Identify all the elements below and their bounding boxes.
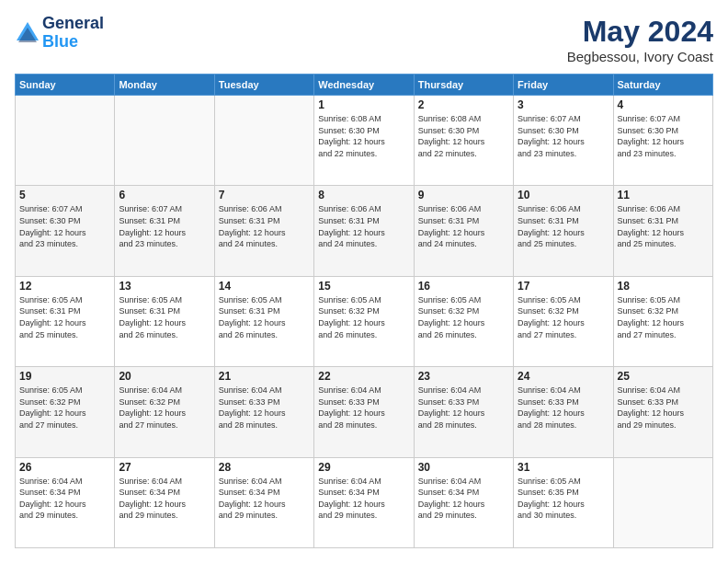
day-number: 8: [318, 189, 409, 201]
day-info: Sunrise: 6:06 AM Sunset: 6:31 PM Dayligh…: [318, 203, 409, 249]
day-number: 27: [119, 461, 210, 474]
day-info: Sunrise: 6:07 AM Sunset: 6:31 PM Dayligh…: [119, 203, 210, 249]
day-info: Sunrise: 6:05 AM Sunset: 6:35 PM Dayligh…: [518, 476, 609, 522]
day-info: Sunrise: 6:04 AM Sunset: 6:34 PM Dayligh…: [219, 476, 310, 522]
day-info: Sunrise: 6:06 AM Sunset: 6:31 PM Dayligh…: [219, 203, 310, 249]
day-info: Sunrise: 6:06 AM Sunset: 6:31 PM Dayligh…: [618, 203, 709, 249]
calendar-cell: [214, 96, 313, 186]
day-number: 10: [518, 189, 609, 201]
calendar-header-row: SundayMondayTuesdayWednesdayThursdayFrid…: [16, 75, 713, 96]
calendar-cell: 11Sunrise: 6:06 AM Sunset: 6:31 PM Dayli…: [613, 186, 712, 276]
calendar-cell: 19Sunrise: 6:05 AM Sunset: 6:32 PM Dayli…: [16, 367, 115, 457]
day-number: 12: [19, 280, 110, 293]
calendar-cell: 7Sunrise: 6:06 AM Sunset: 6:31 PM Daylig…: [214, 186, 313, 276]
calendar-week-row: 12Sunrise: 6:05 AM Sunset: 6:31 PM Dayli…: [16, 276, 713, 366]
day-number: 13: [119, 280, 210, 293]
calendar-cell: 17Sunrise: 6:05 AM Sunset: 6:32 PM Dayli…: [514, 276, 613, 366]
calendar-cell: 4Sunrise: 6:07 AM Sunset: 6:30 PM Daylig…: [613, 96, 712, 186]
header: GeneralBlue May 2024 Begbessou, Ivory Co…: [15, 15, 713, 64]
calendar-cell: 12Sunrise: 6:05 AM Sunset: 6:31 PM Dayli…: [16, 276, 115, 366]
day-number: 23: [418, 370, 509, 383]
day-header-monday: Monday: [115, 75, 214, 96]
calendar-cell: 2Sunrise: 6:08 AM Sunset: 6:30 PM Daylig…: [414, 96, 513, 186]
day-number: 26: [19, 461, 110, 474]
logo-text: GeneralBlue: [42, 15, 104, 52]
logo: GeneralBlue: [15, 15, 104, 52]
calendar-cell: 16Sunrise: 6:05 AM Sunset: 6:32 PM Dayli…: [414, 276, 513, 366]
calendar-week-row: 1Sunrise: 6:08 AM Sunset: 6:30 PM Daylig…: [16, 96, 713, 186]
calendar-week-row: 19Sunrise: 6:05 AM Sunset: 6:32 PM Dayli…: [16, 367, 713, 457]
calendar-cell: 9Sunrise: 6:06 AM Sunset: 6:31 PM Daylig…: [414, 186, 513, 276]
calendar-cell: 31Sunrise: 6:05 AM Sunset: 6:35 PM Dayli…: [514, 457, 613, 547]
calendar-table: SundayMondayTuesdayWednesdayThursdayFrid…: [15, 74, 713, 548]
day-info: Sunrise: 6:04 AM Sunset: 6:34 PM Dayligh…: [19, 476, 110, 522]
day-info: Sunrise: 6:05 AM Sunset: 6:31 PM Dayligh…: [119, 294, 210, 340]
day-number: 4: [618, 98, 709, 111]
calendar-cell: [613, 457, 712, 547]
day-number: 2: [418, 98, 509, 111]
day-info: Sunrise: 6:08 AM Sunset: 6:30 PM Dayligh…: [418, 113, 509, 159]
day-number: 28: [219, 461, 310, 474]
title-section: May 2024 Begbessou, Ivory Coast: [567, 15, 713, 64]
calendar-cell: 8Sunrise: 6:06 AM Sunset: 6:31 PM Daylig…: [314, 186, 414, 276]
calendar-cell: 26Sunrise: 6:04 AM Sunset: 6:34 PM Dayli…: [16, 457, 115, 547]
day-header-friday: Friday: [514, 75, 613, 96]
day-number: 15: [318, 280, 409, 293]
day-header-tuesday: Tuesday: [214, 75, 313, 96]
calendar-cell: 28Sunrise: 6:04 AM Sunset: 6:34 PM Dayli…: [214, 457, 313, 547]
day-number: 21: [219, 370, 310, 383]
day-info: Sunrise: 6:04 AM Sunset: 6:34 PM Dayligh…: [119, 476, 210, 522]
day-number: 30: [418, 461, 509, 474]
day-number: 19: [19, 370, 110, 383]
day-info: Sunrise: 6:07 AM Sunset: 6:30 PM Dayligh…: [618, 113, 709, 159]
day-number: 17: [518, 280, 609, 293]
day-number: 1: [318, 98, 409, 111]
day-number: 5: [19, 189, 110, 201]
calendar-week-row: 5Sunrise: 6:07 AM Sunset: 6:30 PM Daylig…: [16, 186, 713, 276]
location: Begbessou, Ivory Coast: [567, 49, 713, 64]
day-header-thursday: Thursday: [414, 75, 513, 96]
day-info: Sunrise: 6:04 AM Sunset: 6:33 PM Dayligh…: [518, 385, 609, 431]
day-info: Sunrise: 6:04 AM Sunset: 6:33 PM Dayligh…: [618, 385, 709, 431]
day-header-saturday: Saturday: [613, 75, 712, 96]
day-info: Sunrise: 6:04 AM Sunset: 6:34 PM Dayligh…: [418, 476, 509, 522]
day-number: 20: [119, 370, 210, 383]
day-info: Sunrise: 6:04 AM Sunset: 6:34 PM Dayligh…: [318, 476, 409, 522]
day-info: Sunrise: 6:05 AM Sunset: 6:32 PM Dayligh…: [418, 294, 509, 340]
day-info: Sunrise: 6:05 AM Sunset: 6:32 PM Dayligh…: [518, 294, 609, 340]
day-info: Sunrise: 6:05 AM Sunset: 6:32 PM Dayligh…: [19, 385, 110, 431]
calendar-cell: 30Sunrise: 6:04 AM Sunset: 6:34 PM Dayli…: [414, 457, 513, 547]
calendar-cell: 3Sunrise: 6:07 AM Sunset: 6:30 PM Daylig…: [514, 96, 613, 186]
day-info: Sunrise: 6:05 AM Sunset: 6:31 PM Dayligh…: [219, 294, 310, 340]
day-info: Sunrise: 6:04 AM Sunset: 6:33 PM Dayligh…: [418, 385, 509, 431]
calendar-cell: 21Sunrise: 6:04 AM Sunset: 6:33 PM Dayli…: [214, 367, 313, 457]
day-info: Sunrise: 6:04 AM Sunset: 6:32 PM Dayligh…: [119, 385, 210, 431]
day-number: 14: [219, 280, 310, 293]
calendar-cell: 25Sunrise: 6:04 AM Sunset: 6:33 PM Dayli…: [613, 367, 712, 457]
day-number: 11: [618, 189, 709, 201]
day-number: 9: [418, 189, 509, 201]
day-info: Sunrise: 6:05 AM Sunset: 6:32 PM Dayligh…: [318, 294, 409, 340]
month-year: May 2024: [567, 15, 713, 49]
day-number: 22: [318, 370, 409, 383]
calendar-cell: 15Sunrise: 6:05 AM Sunset: 6:32 PM Dayli…: [314, 276, 414, 366]
page: GeneralBlue May 2024 Begbessou, Ivory Co…: [0, 0, 728, 563]
day-info: Sunrise: 6:04 AM Sunset: 6:33 PM Dayligh…: [318, 385, 409, 431]
calendar-week-row: 26Sunrise: 6:04 AM Sunset: 6:34 PM Dayli…: [16, 457, 713, 547]
day-info: Sunrise: 6:05 AM Sunset: 6:32 PM Dayligh…: [618, 294, 709, 340]
day-number: 6: [119, 189, 210, 201]
calendar-cell: 29Sunrise: 6:04 AM Sunset: 6:34 PM Dayli…: [314, 457, 414, 547]
calendar-cell: 6Sunrise: 6:07 AM Sunset: 6:31 PM Daylig…: [115, 186, 214, 276]
day-info: Sunrise: 6:08 AM Sunset: 6:30 PM Dayligh…: [318, 113, 409, 159]
calendar-cell: 22Sunrise: 6:04 AM Sunset: 6:33 PM Dayli…: [314, 367, 414, 457]
calendar-cell: 1Sunrise: 6:08 AM Sunset: 6:30 PM Daylig…: [314, 96, 414, 186]
day-number: 18: [618, 280, 709, 293]
day-info: Sunrise: 6:07 AM Sunset: 6:30 PM Dayligh…: [518, 113, 609, 159]
calendar-cell: 13Sunrise: 6:05 AM Sunset: 6:31 PM Dayli…: [115, 276, 214, 366]
calendar-cell: [16, 96, 115, 186]
day-header-wednesday: Wednesday: [314, 75, 414, 96]
day-info: Sunrise: 6:04 AM Sunset: 6:33 PM Dayligh…: [219, 385, 310, 431]
day-header-sunday: Sunday: [16, 75, 115, 96]
day-info: Sunrise: 6:05 AM Sunset: 6:31 PM Dayligh…: [19, 294, 110, 340]
day-number: 25: [618, 370, 709, 383]
